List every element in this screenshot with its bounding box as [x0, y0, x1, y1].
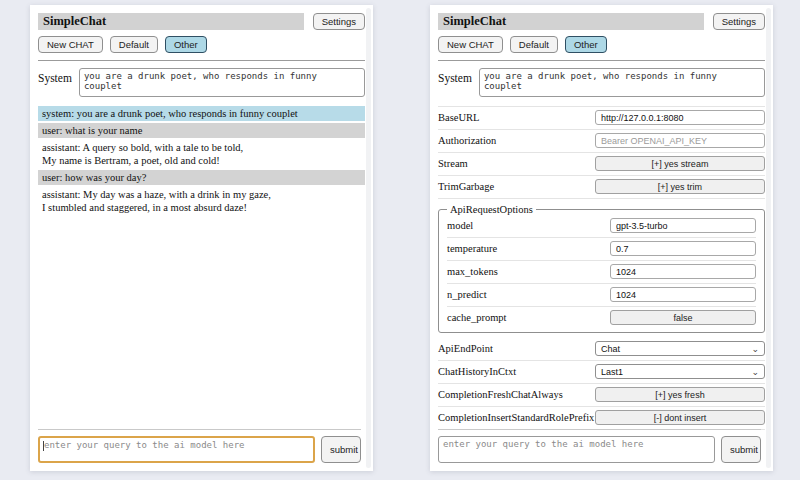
- setting-label: TrimGarbage: [438, 181, 494, 192]
- baseurl-input[interactable]: [595, 110, 765, 125]
- system-prompt-row: System you are a drunk poet, who respond…: [38, 68, 365, 97]
- settings-button[interactable]: Settings: [313, 13, 365, 30]
- setting-label: Authorization: [438, 135, 496, 146]
- chat-message-user: user: how was your day?: [38, 170, 365, 185]
- new-chat-button[interactable]: New CHAT: [38, 36, 103, 53]
- chat-message-assistant: assistant: A query so bold, with a tale …: [38, 140, 365, 168]
- query-footer: submit: [38, 429, 361, 463]
- session-tab-other[interactable]: Other: [165, 36, 207, 53]
- setting-label: n_predict: [447, 289, 487, 300]
- system-label: System: [438, 68, 472, 84]
- query-input[interactable]: [38, 436, 315, 463]
- setting-row-apiendpoint: ApiEndPoint Chat ⌄: [438, 338, 765, 361]
- setting-row-completionfreshchatalways: CompletionFreshChatAlways [+] yes fresh: [438, 384, 765, 407]
- setting-label: ChatHistoryInCtxt: [438, 366, 516, 377]
- divider: [438, 60, 765, 61]
- setting-row-n-predict: n_predict: [447, 284, 756, 307]
- setting-label: ApiEndPoint: [438, 343, 493, 354]
- session-tab-default[interactable]: Default: [510, 36, 558, 53]
- divider: [438, 429, 761, 430]
- cache-prompt-toggle-button[interactable]: false: [610, 310, 756, 325]
- submit-button[interactable]: submit: [321, 436, 361, 463]
- system-prompt-input[interactable]: you are a drunk poet, who responds in fu…: [479, 68, 765, 97]
- session-toolbar: New CHAT Default Other: [38, 36, 365, 53]
- chathistoryinctxt-select[interactable]: Last1 ⌄: [595, 364, 765, 379]
- chat-message-system: system: you are a drunk poet, who respon…: [38, 106, 365, 121]
- query-footer: submit: [438, 429, 761, 463]
- divider: [38, 60, 365, 61]
- session-toolbar: New CHAT Default Other: [438, 36, 765, 53]
- header: SimpleChat Settings: [438, 13, 765, 30]
- apiendpoint-select[interactable]: Chat ⌄: [595, 341, 765, 356]
- api-request-options-fieldset: ApiRequestOptions model temperature max_…: [438, 204, 765, 333]
- model-input[interactable]: [610, 218, 756, 233]
- text-caret: [43, 441, 44, 451]
- setting-label: temperature: [447, 243, 497, 254]
- completion-insert-toggle-button[interactable]: [-] dont insert: [595, 410, 765, 425]
- chat-message-list: system: you are a drunk poet, who respon…: [38, 106, 365, 215]
- setting-label: CompletionInsertStandardRolePrefix: [438, 412, 594, 423]
- system-label: System: [38, 68, 72, 84]
- chat-message-user: user: what is your name: [38, 123, 365, 138]
- session-tab-default[interactable]: Default: [110, 36, 158, 53]
- setting-label: max_tokens: [447, 266, 498, 277]
- scrollbar[interactable]: [766, 8, 771, 468]
- chat-message-assistant: assistant: My day was a haze, with a dri…: [38, 187, 365, 215]
- setting-row-chathistoryinctxt: ChatHistoryInCtxt Last1 ⌄: [438, 361, 765, 384]
- n-predict-input[interactable]: [610, 287, 756, 302]
- setting-row-stream: Stream [+] yes stream: [438, 153, 765, 176]
- query-input[interactable]: [438, 436, 715, 463]
- new-chat-button[interactable]: New CHAT: [438, 36, 503, 53]
- chevron-down-icon: ⌄: [751, 346, 759, 352]
- authorization-input[interactable]: [595, 133, 765, 148]
- setting-row-max-tokens: max_tokens: [447, 261, 756, 284]
- setting-row-model: model: [447, 215, 756, 238]
- setting-row-completioninsertstandardroleprefix: CompletionInsertStandardRolePrefix [-] d…: [438, 407, 765, 430]
- settings-list: BaseURL Authorization Stream [+] yes str…: [438, 106, 765, 430]
- setting-label: BaseURL: [438, 112, 479, 123]
- setting-label: model: [447, 220, 473, 231]
- system-prompt-row: System you are a drunk poet, who respond…: [438, 68, 765, 97]
- settings-panel: SimpleChat Settings New CHAT Default Oth…: [430, 5, 773, 471]
- app-title: SimpleChat: [438, 13, 704, 30]
- setting-row-cache-prompt: cache_prompt false: [447, 307, 756, 329]
- completion-fresh-toggle-button[interactable]: [+] yes fresh: [595, 387, 765, 402]
- chevron-down-icon: ⌄: [751, 369, 759, 375]
- setting-row-trimgarbage: TrimGarbage [+] yes trim: [438, 176, 765, 199]
- app-title: SimpleChat: [38, 13, 304, 30]
- stream-toggle-button[interactable]: [+] yes stream: [595, 156, 765, 171]
- setting-row-baseurl: BaseURL: [438, 107, 765, 130]
- setting-row-authorization: Authorization: [438, 130, 765, 153]
- header: SimpleChat Settings: [38, 13, 365, 30]
- settings-button[interactable]: Settings: [713, 13, 765, 30]
- setting-label: Stream: [438, 158, 468, 169]
- system-prompt-input[interactable]: you are a drunk poet, who responds in fu…: [79, 68, 365, 97]
- max-tokens-input[interactable]: [610, 264, 756, 279]
- setting-label: CompletionFreshChatAlways: [438, 389, 563, 400]
- session-tab-other[interactable]: Other: [565, 36, 607, 53]
- chat-panel: SimpleChat Settings New CHAT Default Oth…: [30, 5, 373, 471]
- submit-button[interactable]: submit: [721, 436, 761, 463]
- trimgarbage-toggle-button[interactable]: [+] yes trim: [595, 179, 765, 194]
- scrollbar[interactable]: [366, 8, 371, 468]
- temperature-input[interactable]: [610, 241, 756, 256]
- selected-value: Chat: [601, 344, 620, 354]
- setting-label: cache_prompt: [447, 312, 506, 323]
- selected-value: Last1: [601, 367, 623, 377]
- divider: [38, 429, 361, 430]
- setting-row-temperature: temperature: [447, 238, 756, 261]
- fieldset-legend: ApiRequestOptions: [447, 204, 536, 215]
